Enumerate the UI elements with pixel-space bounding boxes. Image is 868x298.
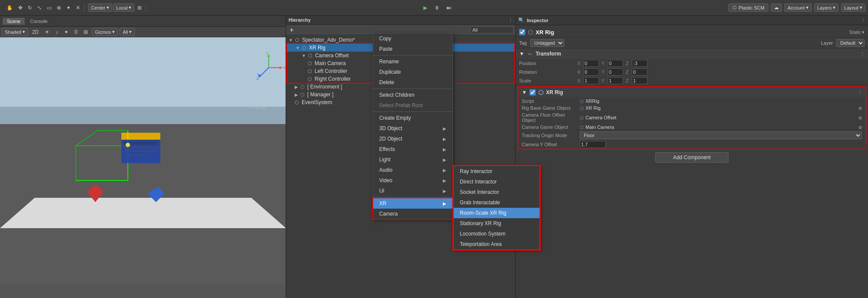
- xr-rig-comp-menu[interactable]: ⋮: [858, 90, 862, 95]
- inspector-options[interactable]: ⋮: [861, 18, 865, 23]
- object-name: XR Rig: [536, 29, 846, 36]
- tracking-dropdown[interactable]: Floor: [580, 131, 862, 139]
- pos-z-input[interactable]: [632, 60, 647, 67]
- all-dropdown[interactable]: All ▾: [120, 28, 135, 36]
- manager-icon: ⬡: [300, 92, 305, 98]
- svg-rect-1: [0, 107, 286, 124]
- sc-x-input[interactable]: [583, 77, 599, 84]
- camera-y-input[interactable]: [580, 141, 606, 148]
- tag-dropdown[interactable]: Untagged: [530, 39, 564, 47]
- rotate-tool[interactable]: ↻: [26, 3, 34, 12]
- hand-tool[interactable]: ✋: [4, 3, 15, 12]
- ctx-effects[interactable]: Effects ▶: [373, 144, 452, 154]
- ctx-xr[interactable]: XR ▶: [373, 198, 452, 209]
- local-dropdown[interactable]: Local ▾: [113, 3, 134, 12]
- xr-teleportation-area[interactable]: Teleportation Area: [454, 239, 540, 249]
- tag-label: Tag: [519, 40, 527, 46]
- ctx-light[interactable]: Light ▶: [373, 154, 452, 165]
- lighting-btn[interactable]: ☀: [42, 28, 52, 36]
- tab-console[interactable]: Console: [26, 18, 52, 25]
- layer-dropdown[interactable]: Default: [836, 39, 865, 47]
- plastic-scm-btn[interactable]: ⬡ Plastic SCM: [728, 3, 768, 12]
- fx-btn[interactable]: ✦: [62, 28, 71, 36]
- xr-room-scale-xr-rig[interactable]: Room-Scale XR Rig: [454, 208, 540, 218]
- rect-tool[interactable]: ▭: [45, 3, 54, 12]
- 2d-btn[interactable]: 2D: [30, 28, 41, 36]
- xr-rig-component: ▼ ⬡ XR Rig ⋮ Script ⬡ XRRig Rig Base Gam…: [517, 86, 866, 150]
- grid-btn[interactable]: ⊞: [135, 3, 144, 12]
- gizmos-dropdown[interactable]: Gizmos ▾: [92, 28, 118, 36]
- static-group: Static ▾: [849, 29, 865, 35]
- ctx-ui[interactable]: UI ▶: [373, 186, 452, 196]
- layer-label: Layer: [821, 40, 833, 46]
- tab-scene[interactable]: Scene: [3, 18, 25, 25]
- shaded-dropdown[interactable]: Shaded ▾: [2, 28, 28, 36]
- account-dropdown[interactable]: Account ▾: [784, 3, 812, 12]
- pos-x-input[interactable]: [583, 60, 599, 67]
- xr-locomotion-system[interactable]: Locomotion System: [454, 229, 540, 239]
- ctx-delete[interactable]: Delete: [373, 77, 452, 88]
- transform-header[interactable]: ▼ ↔ Transform ⋮: [516, 49, 868, 59]
- audio-btn[interactable]: ♪: [53, 28, 60, 36]
- camera-floor-pick-icon[interactable]: ⊙: [858, 115, 862, 120]
- rot-x-input[interactable]: [583, 69, 599, 75]
- transform-menu[interactable]: ⋮: [860, 52, 865, 56]
- xr-grab-interactable[interactable]: Grab Interactable: [454, 197, 540, 208]
- ctx-select-children[interactable]: Select Children: [373, 90, 452, 100]
- xr-rig-comp-header[interactable]: ▼ ⬡ XR Rig ⋮: [518, 87, 865, 98]
- svg-point-14: [126, 143, 130, 147]
- right-controller-icon: ⬡: [308, 76, 312, 82]
- xr-direct-interactor[interactable]: Direct Interactor: [454, 177, 540, 187]
- sc-y-input[interactable]: [608, 77, 623, 84]
- rig-base-pick-icon[interactable]: ⊙: [858, 106, 862, 111]
- ctx-camera[interactable]: Camera: [373, 209, 452, 219]
- add-component-button[interactable]: Add Component: [655, 152, 728, 163]
- xr-rig-comp-icon: ⬡: [538, 89, 543, 96]
- scene-toolbar: Shaded ▾ 2D ☀ ♪ ✦ 0 ⊞ Gizmos ▾ All ▾: [0, 27, 286, 37]
- hierarchy-options[interactable]: ⋮: [508, 18, 513, 23]
- center-dropdown[interactable]: Center ▾: [88, 3, 112, 12]
- ctx-copy[interactable]: Copy: [373, 33, 452, 44]
- xr-stationary-xr-rig[interactable]: Stationary XR Rig: [454, 218, 540, 229]
- ctx-create-empty[interactable]: Create Empty: [373, 113, 452, 123]
- camera-y-row: Camera Y Offset: [518, 140, 865, 149]
- hierarchy-search[interactable]: [470, 26, 514, 33]
- transform-icon: ↔: [527, 50, 533, 57]
- x-tool[interactable]: ✕: [74, 3, 82, 12]
- xr-ray-interactor[interactable]: Ray Interactor: [454, 166, 540, 177]
- svg-text:Z: Z: [257, 76, 259, 81]
- svg-rect-11: [124, 147, 158, 148]
- pos-y-input[interactable]: [608, 60, 623, 67]
- cloud-btn[interactable]: ☁: [771, 3, 782, 12]
- ctx-audio[interactable]: Audio ▶: [373, 165, 452, 175]
- scene-view[interactable]: X Y Z ← Persp: [0, 37, 286, 298]
- scale-tool[interactable]: ⤡: [35, 3, 44, 12]
- ctx-rename[interactable]: Rename: [373, 56, 452, 67]
- scene-layers-btn[interactable]: 0: [72, 28, 80, 36]
- sc-z-input[interactable]: [632, 77, 647, 84]
- play-button[interactable]: ▶: [421, 3, 429, 12]
- xr-rig-active-checkbox[interactable]: [530, 89, 536, 95]
- layout-dropdown[interactable]: Layout ▾: [841, 3, 865, 12]
- pause-button[interactable]: ⏸: [432, 3, 442, 12]
- rot-y-input[interactable]: [608, 69, 623, 75]
- add-hierarchy-btn[interactable]: +: [288, 25, 296, 35]
- layers-dropdown[interactable]: Layers ▾: [814, 3, 839, 12]
- rot-z-input[interactable]: [632, 69, 647, 75]
- camera-game-pick-icon[interactable]: ⊙: [858, 125, 862, 130]
- step-button[interactable]: ⏭: [444, 3, 454, 12]
- custom-tool[interactable]: ✦: [64, 3, 73, 12]
- move-tool[interactable]: ✥: [16, 3, 25, 12]
- xr-rig-comp-title: XR Rig: [546, 89, 563, 95]
- ctx-duplicate[interactable]: Duplicate: [373, 67, 452, 77]
- transform-tool[interactable]: ⊕: [55, 3, 63, 12]
- ctx-2d-object[interactable]: 2D Object ▶: [373, 134, 452, 144]
- xr-socket-interactor[interactable]: Socket Interactor: [454, 187, 540, 197]
- ctx-3d-object[interactable]: 3D Object ▶: [373, 123, 452, 134]
- object-active-checkbox[interactable]: [519, 29, 525, 35]
- ctx-video[interactable]: Video ▶: [373, 175, 452, 186]
- grid-toggle-btn[interactable]: ⊞: [81, 28, 90, 36]
- position-label: Position: [519, 61, 575, 66]
- camera-y-label: Camera Y Offset: [522, 142, 578, 147]
- ctx-paste[interactable]: Paste: [373, 44, 452, 54]
